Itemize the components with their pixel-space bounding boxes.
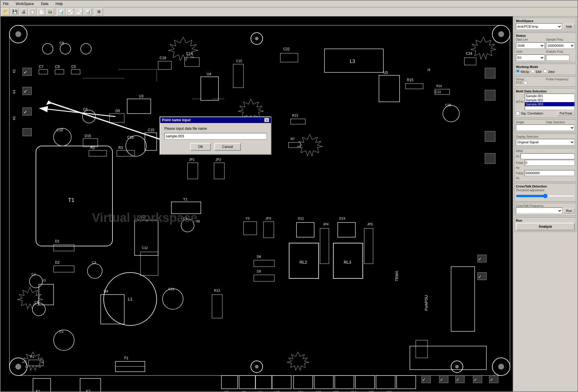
- svg-point-205: [255, 365, 259, 368]
- sig-correlation-label: Sig. Correlation: [521, 112, 543, 115]
- svg-text:C9: C9: [55, 65, 60, 69]
- crosstalk-freq-select[interactable]: [516, 207, 562, 214]
- svg-rect-30: [23, 128, 32, 136]
- sample-002-item[interactable]: Sample.002: [525, 98, 574, 102]
- dialog-filename-input[interactable]: [164, 133, 267, 139]
- toolbar-sep1: [55, 8, 56, 15]
- dialog-close-button[interactable]: ×: [264, 118, 269, 122]
- fts-radio[interactable]: [524, 81, 527, 85]
- toolbar-btn5[interactable]: 📄: [37, 8, 45, 16]
- svg-text:C7: C7: [39, 65, 44, 69]
- svg-text:R15: R15: [407, 78, 413, 82]
- run-section: Run Analyze: [514, 217, 576, 232]
- fstart-input[interactable]: [525, 160, 575, 166]
- threshold-slider[interactable]: [516, 193, 575, 199]
- pcb-canvas[interactable]: T1 L1 C8 C7 C9 C5: [1, 16, 513, 391]
- single-label: Single: [516, 121, 545, 124]
- svg-text:K14: K14: [351, 391, 356, 391]
- mode-wksp-label[interactable]: WkSp: [516, 69, 529, 74]
- rbw-hz-label: Hz: [516, 155, 519, 158]
- mode-emi-label[interactable]: EMI: [531, 69, 541, 74]
- crosstalk-freq-label: CrossTalk Frequency: [516, 204, 575, 207]
- svg-point-10: [15, 364, 21, 370]
- svg-text:R7: R7: [291, 137, 295, 141]
- pretreat-button[interactable]: PreTreat: [557, 111, 575, 116]
- run-button[interactable]: Run: [564, 208, 575, 213]
- fstop-label: Fstop: [516, 172, 523, 175]
- rbw-label: RBW: [516, 150, 523, 153]
- dialog-cancel-button[interactable]: Cancel: [214, 143, 241, 151]
- samples-listbox[interactable]: Sample.001 Sample.002 Sample.003: [525, 94, 575, 110]
- main-window: File WorkSpace Data Help 📂 💾 🖨 📋 📄 🗂 📊 📈…: [0, 0, 578, 392]
- toolbar-btn6[interactable]: 🗂: [46, 8, 54, 16]
- svg-text:RL2: RL2: [299, 260, 307, 265]
- rbw-hz-input[interactable]: [521, 153, 575, 159]
- mode-jitter-label[interactable]: Jitter: [543, 69, 555, 74]
- working-mode-section: Working Mode WkSp EMI Jitter: [514, 64, 576, 75]
- analytic-freq-input[interactable]: [546, 55, 569, 61]
- group-probe-row: Group Probe Frequency: [516, 78, 575, 81]
- analyze-button[interactable]: Analyze: [516, 223, 575, 230]
- toolbar-btn4[interactable]: 📋: [28, 8, 37, 16]
- run-label: Run: [516, 219, 575, 222]
- hide-button[interactable]: hide: [563, 24, 575, 29]
- svg-text:K11: K11: [298, 391, 303, 391]
- data-len-select[interactable]: 2048 512 1024 4096: [516, 42, 545, 49]
- display-selection-select[interactable]: Original Signal FFT Wavelet: [516, 139, 575, 145]
- svg-text:✓: ✓: [456, 377, 460, 382]
- toolbar-btn3[interactable]: 🖨: [19, 8, 28, 16]
- mode-wksp-radio[interactable]: [516, 69, 520, 73]
- svg-text:U4: U4: [207, 72, 211, 76]
- units-row: Units Analytic Freq E0 E3 E6 E9: [516, 50, 575, 61]
- sample-003-item[interactable]: Sample.003: [525, 102, 574, 106]
- svg-text:O1: O1: [183, 217, 188, 220]
- menu-file[interactable]: File: [2, 1, 10, 6]
- toolbar-chart2[interactable]: 📈: [66, 8, 74, 16]
- sample-freq-label: Sample Freq: [546, 38, 575, 41]
- toolbar-btn2[interactable]: 💾: [11, 8, 19, 16]
- toolbar-settings[interactable]: ⚙: [95, 8, 103, 16]
- svg-text:D1: D1: [55, 239, 60, 243]
- workspace-select-row: dcdcPCB.bmp hide: [516, 23, 575, 30]
- svg-text:U1: U1: [42, 278, 46, 282]
- data-selection-select[interactable]: [516, 124, 575, 131]
- menu-workspace[interactable]: WorkSpace: [14, 1, 35, 6]
- svg-text:JP1: JP1: [189, 158, 195, 161]
- fts-row: FT/S: [516, 81, 575, 85]
- mode-emi-radio[interactable]: [531, 69, 535, 73]
- svg-text:✓: ✓: [24, 70, 27, 75]
- menu-data[interactable]: Data: [40, 1, 49, 6]
- group-label: Group: [516, 78, 545, 81]
- svg-text:✓: ✓: [474, 377, 477, 382]
- svg-text:F1: F1: [124, 356, 128, 360]
- workspace-file-select[interactable]: dcdcPCB.bmp: [516, 23, 562, 30]
- sig-correlation-row: Sig. Correlation PreTreat: [516, 111, 575, 116]
- svg-text:K8: K8: [242, 390, 246, 391]
- sample-001-item[interactable]: Sample.001: [525, 94, 574, 98]
- sig-correlation-checkbox[interactable]: [516, 112, 520, 115]
- status-section: Status Data Len Sample Freq 2048 512 102…: [514, 32, 576, 62]
- status-label: Status: [516, 34, 575, 37]
- units-select[interactable]: E0 E3 E6 E9: [516, 54, 545, 61]
- fstop-input[interactable]: [524, 170, 575, 176]
- svg-point-209: [255, 37, 259, 40]
- svg-text:PorkPSU: PorkPSU: [424, 295, 428, 311]
- dialog-ok-button[interactable]: OK: [190, 143, 211, 151]
- svg-text:RL3: RL3: [344, 260, 351, 265]
- svg-text:✓: ✓: [24, 89, 27, 94]
- toolbar-chart4[interactable]: 📊: [84, 8, 92, 16]
- svg-text:Y1: Y1: [183, 197, 188, 201]
- menu-help[interactable]: Help: [54, 1, 64, 6]
- svg-text:✓: ✓: [422, 377, 426, 382]
- mode-jitter-radio[interactable]: [543, 69, 547, 73]
- svg-text:JP2: JP2: [216, 158, 221, 161]
- toolbar-chart3[interactable]: 📉: [75, 8, 83, 16]
- svg-text:✓: ✓: [440, 377, 443, 382]
- svg-text:K5: K5: [13, 69, 16, 73]
- toolbar-chart1[interactable]: 📊: [57, 8, 65, 16]
- svg-text:D8: D8: [257, 255, 261, 258]
- sample-freq-select[interactable]: 100000000: [546, 42, 575, 49]
- toolbar-open-btn[interactable]: 📂: [2, 8, 10, 16]
- svg-text:R13: R13: [292, 114, 298, 117]
- svg-text:C22: C22: [283, 47, 290, 51]
